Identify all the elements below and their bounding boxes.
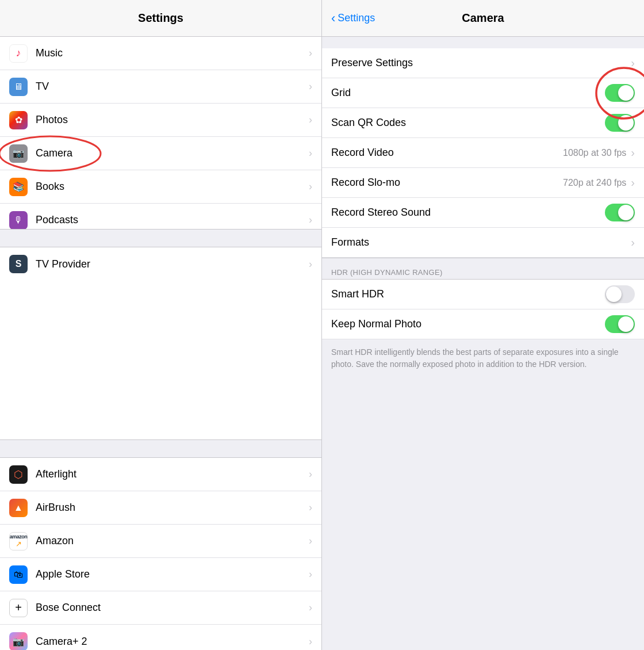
camera-item-grid[interactable]: Grid [322,78,644,108]
tvprovider-icon: S [9,255,28,273]
airbrush-icon: ▲ [9,499,28,517]
camera-header: ‹ Settings Camera [322,0,644,37]
photos-label: Photos [36,114,309,126]
music-label: Music [36,47,309,59]
sidebar-item-amazon[interactable]: amazon ↗ Amazon › [0,525,321,558]
camera-item-formats[interactable]: Formats › [322,228,644,258]
amazon-label: Amazon [36,535,309,547]
chevron-icon: › [631,146,635,159]
sidebar-item-tv[interactable]: 🖥 TV › [0,70,321,104]
sidebar-item-tvprovider[interactable]: S TV Provider › [0,247,321,281]
chevron-icon: › [631,56,635,70]
sidebar-item-camera2[interactable]: 📷 Camera+ 2 › [0,625,321,650]
toggle-knob [618,316,634,332]
camera-item-recordstereo[interactable]: Record Stereo Sound [322,198,644,228]
chevron-icon: › [309,47,312,59]
smarthdr-label: Smart HDR [331,288,605,300]
camera-item-smarthdr[interactable]: Smart HDR [322,280,644,309]
right-panel: ‹ Settings Camera Preserve Settings › Gr… [322,0,644,650]
toggle-knob [606,286,622,302]
chevron-icon: › [309,468,312,480]
recordstereo-label: Record Stereo Sound [331,207,605,219]
section-divider-2 [0,439,321,458]
top-spacer [322,37,644,48]
tvprovider-label: TV Provider [36,258,309,270]
hdr-description: Smart HDR intelligently blends the best … [322,339,644,377]
afterlight-icon: ⬡ [9,465,28,484]
camera2-label: Camera+ 2 [36,636,309,648]
chevron-icon: › [309,258,312,270]
recordstereo-toggle[interactable] [605,204,635,221]
camera-item-recordvideo[interactable]: Record Video 1080p at 30 fps › [322,138,644,168]
keepnormal-toggle[interactable] [605,315,635,333]
settings-list: ♪ Music › 🖥 TV › ✿ Photos › 📷 Camera [0,37,321,229]
boseconnect-label: Bose Connect [36,602,309,614]
hdr-section-header: HDR (HIGH DYNAMIC RANGE) [322,258,644,280]
recordslomo-label: Record Slo-mo [331,177,563,189]
settings-list-3: ⬡ Afterlight › ▲ AirBrush › amazon ↗ Ama… [0,458,321,650]
preserve-label: Preserve Settings [331,57,631,69]
books-icon: 📚 [9,178,28,196]
music-icon: ♪ [9,44,28,63]
sidebar-item-afterlight[interactable]: ⬡ Afterlight › [0,458,321,491]
settings-title: Settings [138,12,183,25]
tv-icon: 🖥 [9,78,28,96]
sidebar-item-podcasts[interactable]: 🎙 Podcasts › [0,204,321,229]
camera-item-recordslomo[interactable]: Record Slo-mo 720p at 240 fps › [322,168,644,198]
airbrush-label: AirBrush [36,502,309,514]
back-label: Settings [338,12,375,24]
sidebar-item-photos[interactable]: ✿ Photos › [0,104,321,137]
sidebar-item-camera[interactable]: 📷 Camera › [0,137,321,170]
books-label: Books [36,181,309,193]
settings-list-2: S TV Provider › [0,247,321,439]
camera-item-scanqr[interactable]: Scan QR Codes [322,108,644,138]
afterlight-label: Afterlight [36,468,309,480]
chevron-icon: › [309,114,312,126]
chevron-icon: › [309,214,312,226]
left-panel: Settings ♪ Music › 🖥 TV › ✿ Photos › [0,0,322,650]
camera-item-keepnormal[interactable]: Keep Normal Photo [322,309,644,339]
toggle-knob [618,115,634,131]
amazon-icon: amazon ↗ [9,532,28,550]
chevron-icon: › [309,535,312,547]
section-divider-1 [0,229,321,247]
applestore-icon: 🛍 [9,565,28,584]
tv-label: TV [36,81,309,93]
applestore-label: Apple Store [36,568,309,580]
hdr-section-label: HDR (HIGH DYNAMIC RANGE) [331,268,443,277]
chevron-icon: › [631,176,635,189]
podcasts-label: Podcasts [36,214,309,226]
scanqr-toggle[interactable] [605,114,635,132]
recordslomo-value: 720p at 240 fps [563,178,626,188]
podcasts-icon: 🎙 [9,211,28,230]
grid-toggle[interactable] [605,84,635,102]
recordvideo-value: 1080p at 30 fps [563,148,626,158]
left-header: Settings [0,0,321,37]
sidebar-item-boseconnect[interactable]: + Bose Connect › [0,591,321,625]
smarthdr-toggle[interactable] [605,285,635,303]
toggle-knob [618,85,634,101]
chevron-icon: › [309,502,312,514]
hdr-settings-list: Smart HDR Keep Normal Photo [322,280,644,339]
sidebar-item-music[interactable]: ♪ Music › [0,37,321,70]
back-chevron-icon: ‹ [331,11,335,26]
back-button[interactable]: ‹ Settings [331,11,375,26]
scanqr-label: Scan QR Codes [331,117,605,129]
recordvideo-label: Record Video [331,147,563,159]
chevron-icon: › [309,147,312,159]
chevron-icon: › [309,602,312,614]
camera-item-preserve[interactable]: Preserve Settings › [322,48,644,78]
sidebar-item-books[interactable]: 📚 Books › [0,170,321,204]
photos-icon: ✿ [9,111,28,129]
grid-label: Grid [331,87,605,99]
camera-label: Camera [36,147,309,159]
formats-label: Formats [331,236,631,248]
boseconnect-icon: + [9,599,28,617]
sidebar-item-applestore[interactable]: 🛍 Apple Store › [0,558,321,591]
sidebar-item-airbrush[interactable]: ▲ AirBrush › [0,491,321,525]
camera-settings-list: Preserve Settings › Grid Scan QR Codes R… [322,48,644,258]
chevron-icon: › [309,181,312,193]
toggle-knob [618,205,634,220]
chevron-icon: › [309,636,312,648]
chevron-icon: › [631,236,635,249]
